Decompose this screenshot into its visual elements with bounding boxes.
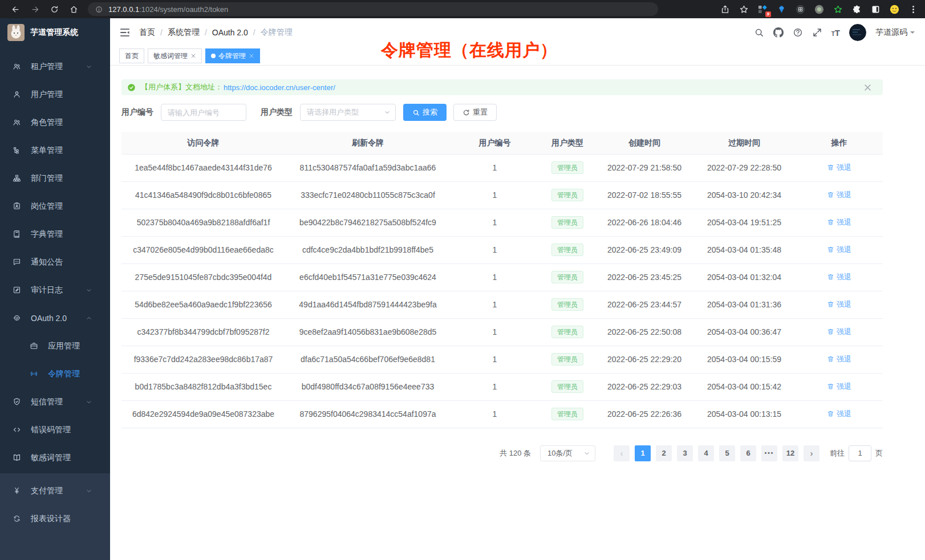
sidebar-item-dict[interactable]: 字典管理 bbox=[0, 220, 110, 248]
pagination-prev[interactable]: ‹ bbox=[614, 445, 630, 461]
help-icon[interactable] bbox=[793, 27, 803, 38]
pagination-page-4[interactable]: 4 bbox=[698, 445, 714, 461]
sidebar-item-user[interactable]: 用户管理 bbox=[0, 80, 110, 108]
force-logout-button[interactable]: 强退 bbox=[827, 217, 851, 228]
reload-icon[interactable] bbox=[47, 2, 61, 16]
pagination-page-1[interactable]: 1 bbox=[635, 445, 651, 461]
back-icon[interactable] bbox=[9, 2, 22, 16]
created-time-cell: 2022-06-25 22:26:36 bbox=[596, 400, 693, 428]
user-type-label: 用户类型 bbox=[261, 107, 293, 117]
user-type-tag: 管理员 bbox=[551, 271, 583, 283]
breadcrumb-item[interactable]: 系统管理 bbox=[168, 27, 200, 38]
force-logout-button[interactable]: 强退 bbox=[827, 327, 851, 337]
user-type-tag: 管理员 bbox=[551, 380, 583, 393]
trash-icon bbox=[827, 164, 834, 171]
sidebar-item-oauth2[interactable]: OAuth 2.0 bbox=[0, 304, 110, 332]
pagination-next[interactable]: › bbox=[804, 445, 819, 461]
sidebar-item-oauth2-app[interactable]: 应用管理 bbox=[0, 332, 110, 360]
pagination-page-2[interactable]: 2 bbox=[656, 445, 672, 461]
sidebar-item-sms[interactable]: 短信管理 bbox=[0, 388, 110, 416]
address-bar[interactable]: 127.0.0.1:1024/system/oauth2/token bbox=[88, 2, 658, 16]
sidebar-item-report[interactable]: 报表设计器 bbox=[0, 505, 110, 533]
search-button[interactable]: 搜索 bbox=[403, 104, 447, 121]
tab-首页[interactable]: 首页 bbox=[119, 48, 144, 63]
green-star-icon[interactable] bbox=[831, 3, 844, 15]
username-dropdown[interactable]: 芋道源码 bbox=[875, 27, 915, 38]
expire-time-cell: 2054-03-04 00:15:59 bbox=[693, 346, 796, 373]
sidebar-item-sensitive[interactable]: 敏感词管理 bbox=[0, 444, 110, 472]
hamburger-icon[interactable] bbox=[119, 27, 131, 38]
breadcrumb-item[interactable]: OAuth 2.0 bbox=[212, 28, 248, 37]
trash-icon bbox=[827, 355, 834, 363]
fullscreen-icon[interactable] bbox=[812, 27, 822, 38]
sidebar-item-post[interactable]: 岗位管理 bbox=[0, 192, 110, 220]
force-logout-button[interactable]: 强退 bbox=[827, 382, 851, 392]
trash-icon bbox=[827, 383, 834, 390]
tab-令牌管理[interactable]: 令牌管理 bbox=[205, 48, 260, 63]
sidebar-item-label: 用户管理 bbox=[31, 90, 63, 100]
search-icon bbox=[412, 109, 420, 116]
force-logout-label: 强退 bbox=[837, 382, 851, 392]
close-icon[interactable] bbox=[863, 83, 872, 92]
extension-blocks-icon[interactable]: 9 bbox=[756, 3, 769, 15]
user-id-cell: 1 bbox=[451, 400, 539, 428]
force-logout-button[interactable]: 强退 bbox=[827, 409, 851, 419]
sidebar-item-role[interactable]: 角色管理 bbox=[0, 108, 110, 136]
forward-icon[interactable] bbox=[28, 2, 42, 16]
sms-icon bbox=[13, 397, 21, 406]
sidebar-item-errcode[interactable]: 错误码管理 bbox=[0, 416, 110, 444]
force-logout-button[interactable]: 强退 bbox=[827, 272, 851, 282]
sidebar-item-oauth2-token[interactable]: 令牌管理 bbox=[0, 360, 110, 388]
pagination-page-5[interactable]: 5 bbox=[719, 445, 735, 461]
tab-close-icon[interactable] bbox=[249, 53, 254, 59]
tab-close-icon[interactable] bbox=[190, 53, 196, 59]
github-icon[interactable] bbox=[773, 27, 784, 38]
sidebar-item-dept[interactable]: 部门管理 bbox=[0, 164, 110, 192]
user-id-input[interactable] bbox=[161, 104, 246, 121]
sidebar-item-audit[interactable]: 审计日志 bbox=[0, 276, 110, 304]
app-logo[interactable]: 芋道管理系统 bbox=[0, 18, 110, 47]
font-size-icon[interactable]: TT bbox=[831, 28, 840, 38]
sidebar-item-menu[interactable]: 菜单管理 bbox=[0, 136, 110, 164]
force-logout-button[interactable]: 强退 bbox=[827, 245, 851, 255]
record-dot-icon[interactable] bbox=[813, 3, 825, 15]
home-icon[interactable] bbox=[67, 2, 80, 16]
sidebar-item-pay[interactable]: 支付管理 bbox=[0, 477, 110, 505]
puzzle-icon[interactable] bbox=[850, 3, 863, 15]
created-time-cell: 2022-06-25 23:44:57 bbox=[596, 291, 693, 318]
sidebar-toggle-icon[interactable] bbox=[869, 3, 882, 15]
pagination-page-12[interactable]: 12 bbox=[782, 445, 798, 461]
goto-page-input[interactable] bbox=[849, 445, 871, 461]
tab-敏感词管理[interactable]: 敏感词管理 bbox=[148, 48, 202, 63]
breadcrumb-item[interactable]: 首页 bbox=[139, 27, 155, 38]
force-logout-button[interactable]: 强退 bbox=[827, 354, 851, 364]
info-icon[interactable] bbox=[94, 4, 104, 14]
pagination-page-3[interactable]: 3 bbox=[677, 445, 693, 461]
search-icon[interactable] bbox=[754, 27, 764, 38]
bookmark-star-icon[interactable] bbox=[737, 3, 750, 15]
user-type-tag: 管理员 bbox=[551, 161, 583, 174]
gem-icon[interactable] bbox=[775, 3, 788, 15]
user-type-select[interactable]: 请选择用户类型 bbox=[300, 104, 396, 121]
share-icon[interactable] bbox=[719, 3, 731, 15]
avatar[interactable] bbox=[849, 24, 866, 41]
page-suffix: 页 bbox=[875, 448, 883, 458]
pagination-page-6[interactable]: 6 bbox=[740, 445, 756, 461]
reset-button-label: 重置 bbox=[473, 107, 488, 117]
force-logout-button[interactable]: 强退 bbox=[827, 190, 851, 200]
profile-emoji-icon[interactable] bbox=[888, 3, 900, 15]
table-row: 1ea5e44f8bc1467aaede43144f31de76811c5304… bbox=[121, 154, 883, 181]
sensitive-icon bbox=[13, 453, 21, 462]
force-logout-button[interactable]: 强退 bbox=[827, 299, 851, 310]
command-circle-icon[interactable] bbox=[794, 3, 806, 15]
page-size-select[interactable]: 10条/页 bbox=[540, 445, 595, 461]
sidebar-item-tenant[interactable]: 租户管理 bbox=[0, 52, 110, 80]
sidebar-menu: 租户管理用户管理角色管理菜单管理部门管理岗位管理字典管理通知公告审计日志OAut… bbox=[0, 47, 110, 473]
force-logout-button[interactable]: 强退 bbox=[827, 163, 851, 173]
user-type-cell: 管理员 bbox=[539, 209, 596, 236]
sidebar-item-notice[interactable]: 通知公告 bbox=[0, 248, 110, 276]
reset-button[interactable]: 重置 bbox=[453, 104, 497, 121]
browser-menu-icon[interactable] bbox=[907, 3, 919, 15]
alert-link[interactable]: https://doc.iocoder.cn/user-center/ bbox=[224, 83, 335, 92]
pagination-more[interactable]: ••• bbox=[761, 445, 777, 461]
